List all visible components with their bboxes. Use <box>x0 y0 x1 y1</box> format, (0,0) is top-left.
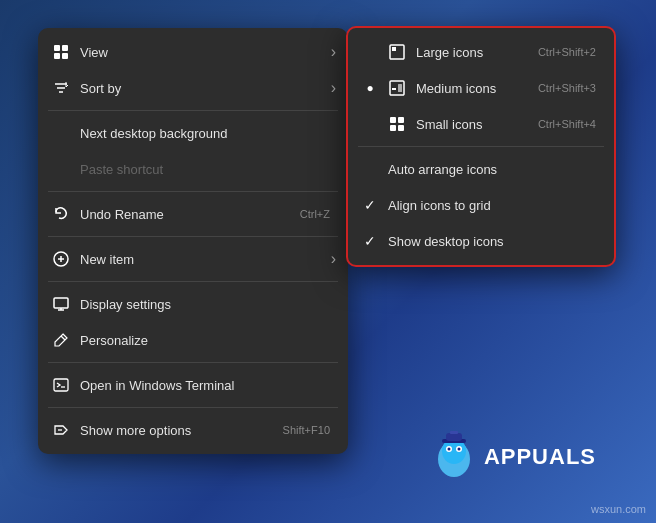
logo-mascot <box>430 431 478 483</box>
submenu-item-showicons[interactable]: ✓ Show desktop icons <box>348 223 614 259</box>
moreoptions-label: Show more options <box>80 423 191 438</box>
sep3 <box>48 236 338 237</box>
submenu-item-autoarrange[interactable]: Auto arrange icons <box>348 151 614 187</box>
svg-point-4 <box>447 448 450 451</box>
pen-icon <box>52 331 70 349</box>
menu-item-terminal[interactable]: Open in Windows Terminal <box>38 367 348 403</box>
showicons-label: Show desktop icons <box>388 234 504 249</box>
menu-item-personalize[interactable]: Personalize <box>38 322 348 358</box>
sort-icon <box>52 79 70 97</box>
small-label: Small icons <box>416 117 482 132</box>
menu-item-view[interactable]: View Large icons Ctrl+Shift+2 ● <box>38 34 348 70</box>
display-icon <box>52 295 70 313</box>
sep2 <box>48 191 338 192</box>
aligngrid-check: ✓ <box>362 197 378 213</box>
svg-point-5 <box>457 448 460 451</box>
svg-rect-18 <box>390 117 396 123</box>
svg-rect-20 <box>390 125 396 131</box>
menu-item-moreoptions[interactable]: Show more options Shift+F10 <box>38 412 348 448</box>
undo-label: Undo Rename <box>80 207 164 222</box>
context-menu: View Large icons Ctrl+Shift+2 ● <box>38 28 348 454</box>
sep4 <box>48 281 338 282</box>
moreoptions-shortcut: Shift+F10 <box>283 424 330 436</box>
terminal-label: Open in Windows Terminal <box>80 378 234 393</box>
paste-label: Paste shortcut <box>80 162 163 177</box>
submenu-item-large[interactable]: Large icons Ctrl+Shift+2 <box>348 34 614 70</box>
medium-shortcut: Ctrl+Shift+3 <box>538 82 596 94</box>
undo-icon <box>52 205 70 223</box>
view-icon <box>52 43 70 61</box>
newitem-label: New item <box>80 252 134 267</box>
svg-rect-14 <box>392 47 396 51</box>
sep5 <box>48 362 338 363</box>
newitem-icon <box>52 250 70 268</box>
showicons-check: ✓ <box>362 233 378 249</box>
display-label: Display settings <box>80 297 171 312</box>
submenu-sep1 <box>358 146 604 147</box>
paste-icon <box>52 160 70 178</box>
large-shortcut: Ctrl+Shift+2 <box>538 46 596 58</box>
view-submenu: Large icons Ctrl+Shift+2 ● Medium icons … <box>346 26 616 267</box>
submenu-item-aligngrid[interactable]: ✓ Align icons to grid <box>348 187 614 223</box>
nextbg-icon <box>52 124 70 142</box>
svg-rect-7 <box>446 433 462 441</box>
large-icon <box>388 43 406 61</box>
svg-rect-19 <box>398 117 404 123</box>
small-icon <box>388 115 406 133</box>
svg-rect-16 <box>392 88 396 90</box>
submenu-item-medium[interactable]: ● Medium icons Ctrl+Shift+3 <box>348 70 614 106</box>
submenu-item-small[interactable]: Small icons Ctrl+Shift+4 <box>348 106 614 142</box>
menu-item-undo[interactable]: Undo Rename Ctrl+Z <box>38 196 348 232</box>
svg-rect-21 <box>398 125 404 131</box>
menu-item-nextbg[interactable]: Next desktop background <box>38 115 348 151</box>
moreoptions-icon <box>52 421 70 439</box>
terminal-icon <box>52 376 70 394</box>
menu-item-sortby[interactable]: Sort by <box>38 70 348 106</box>
personalize-label: Personalize <box>80 333 148 348</box>
svg-rect-17 <box>398 84 402 92</box>
svg-rect-23 <box>54 298 68 308</box>
sep6 <box>48 407 338 408</box>
sep1 <box>48 110 338 111</box>
menu-item-newitem[interactable]: New item <box>38 241 348 277</box>
svg-rect-11 <box>54 53 60 59</box>
medium-bullet: ● <box>362 81 378 95</box>
undo-shortcut: Ctrl+Z <box>300 208 330 220</box>
autoarrange-label: Auto arrange icons <box>388 162 497 177</box>
small-shortcut: Ctrl+Shift+4 <box>538 118 596 130</box>
logo-area: APPUALS <box>430 431 596 483</box>
svg-rect-10 <box>62 45 68 51</box>
view-label: View <box>80 45 108 60</box>
aligngrid-label: Align icons to grid <box>388 198 491 213</box>
nextbg-label: Next desktop background <box>80 126 227 141</box>
svg-rect-9 <box>54 45 60 51</box>
svg-rect-12 <box>62 53 68 59</box>
medium-icon <box>388 79 406 97</box>
menu-item-display[interactable]: Display settings <box>38 286 348 322</box>
watermark: wsxun.com <box>591 503 646 515</box>
svg-rect-8 <box>450 431 458 434</box>
sortby-label: Sort by <box>80 81 121 96</box>
menu-item-paste[interactable]: Paste shortcut <box>38 151 348 187</box>
logo-text: APPUALS <box>484 444 596 470</box>
medium-label: Medium icons <box>416 81 496 96</box>
large-label: Large icons <box>416 45 483 60</box>
